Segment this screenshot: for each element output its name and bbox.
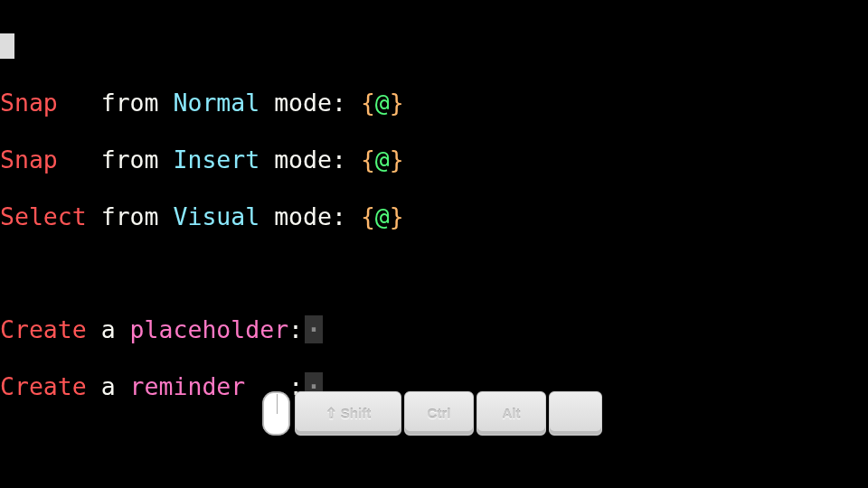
screencast-key-overlay: Shift Ctrl Alt <box>262 391 602 436</box>
mouse-icon <box>262 391 290 436</box>
text-line: Snap from Insert mode: {@} <box>0 145 868 174</box>
text-line: Create a placeholder: <box>0 315 868 344</box>
super-key-indicator <box>549 391 602 436</box>
alt-key-indicator: Alt <box>476 391 546 436</box>
block-cursor <box>0 33 14 59</box>
text-line: Select from Visual mode: {@} <box>0 202 868 231</box>
ctrl-key-indicator: Ctrl <box>404 391 474 436</box>
shift-key-indicator: Shift <box>295 391 401 436</box>
text-cursor-caret <box>144 377 146 399</box>
text-line: Snap from Normal mode: {@} <box>0 89 868 117</box>
